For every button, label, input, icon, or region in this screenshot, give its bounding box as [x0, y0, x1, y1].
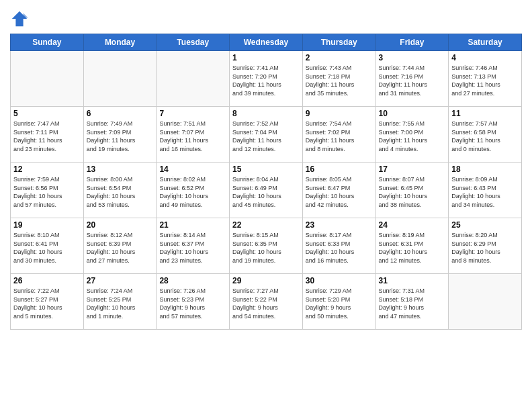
day-info: Sunrise: 7:55 AM Sunset: 7:00 PM Dayligh… [379, 120, 446, 153]
calendar-cell: 13Sunrise: 8:00 AM Sunset: 6:54 PM Dayli… [83, 163, 157, 218]
day-info: Sunrise: 8:07 AM Sunset: 6:45 PM Dayligh… [379, 175, 446, 209]
calendar-cell: 19Sunrise: 8:10 AM Sunset: 6:41 PM Dayli… [11, 218, 84, 274]
day-info: Sunrise: 7:51 AM Sunset: 7:07 PM Dayligh… [159, 120, 226, 153]
day-info: Sunrise: 8:15 AM Sunset: 6:35 PM Dayligh… [232, 231, 300, 265]
day-info: Sunrise: 7:22 AM Sunset: 5:27 PM Dayligh… [13, 287, 81, 320]
logo [10, 9, 31, 28]
day-info: Sunrise: 7:46 AM Sunset: 7:13 PM Dayligh… [451, 64, 519, 97]
day-number: 22 [232, 220, 300, 230]
day-info: Sunrise: 7:27 AM Sunset: 5:22 PM Dayligh… [232, 287, 300, 320]
calendar-cell: 6Sunrise: 7:49 AM Sunset: 7:09 PM Daylig… [83, 107, 157, 163]
calendar-cell: 24Sunrise: 8:19 AM Sunset: 6:31 PM Dayli… [375, 218, 449, 274]
day-info: Sunrise: 7:26 AM Sunset: 5:23 PM Dayligh… [159, 287, 226, 320]
day-number: 27 [87, 276, 154, 285]
day-info: Sunrise: 8:20 AM Sunset: 6:29 PM Dayligh… [451, 231, 519, 265]
calendar-cell: 30Sunrise: 7:29 AM Sunset: 5:20 PM Dayli… [302, 274, 375, 330]
day-info: Sunrise: 7:43 AM Sunset: 7:18 PM Dayligh… [306, 64, 373, 97]
day-info: Sunrise: 8:10 AM Sunset: 6:41 PM Dayligh… [13, 231, 81, 265]
logo-icon [10, 9, 29, 28]
day-number: 21 [159, 220, 226, 230]
day-header-monday: Monday [83, 34, 157, 51]
calendar-cell: 4Sunrise: 7:46 AM Sunset: 7:13 PM Daylig… [449, 51, 522, 107]
calendar-table: SundayMondayTuesdayWednesdayThursdayFrid… [10, 34, 522, 330]
week-row-0: 1Sunrise: 7:41 AM Sunset: 7:20 PM Daylig… [11, 51, 522, 107]
day-number: 10 [379, 109, 446, 118]
calendar-cell: 7Sunrise: 7:51 AM Sunset: 7:07 PM Daylig… [157, 107, 230, 163]
day-header-wednesday: Wednesday [230, 34, 303, 51]
calendar-cell: 17Sunrise: 8:07 AM Sunset: 6:45 PM Dayli… [375, 163, 449, 218]
day-info: Sunrise: 7:31 AM Sunset: 5:18 PM Dayligh… [379, 287, 446, 320]
day-header-thursday: Thursday [302, 34, 375, 51]
day-number: 31 [379, 276, 446, 285]
calendar-cell: 8Sunrise: 7:52 AM Sunset: 7:04 PM Daylig… [230, 107, 303, 163]
day-info: Sunrise: 7:29 AM Sunset: 5:20 PM Dayligh… [306, 287, 373, 320]
day-number: 1 [232, 53, 300, 62]
day-header-saturday: Saturday [449, 34, 522, 51]
day-number: 30 [306, 276, 373, 285]
day-header-sunday: Sunday [11, 34, 84, 51]
calendar-cell: 16Sunrise: 8:05 AM Sunset: 6:47 PM Dayli… [302, 163, 375, 218]
day-info: Sunrise: 7:41 AM Sunset: 7:20 PM Dayligh… [232, 64, 300, 97]
day-number: 14 [159, 165, 226, 174]
day-header-friday: Friday [375, 34, 449, 51]
calendar-cell: 14Sunrise: 8:02 AM Sunset: 6:52 PM Dayli… [157, 163, 230, 218]
week-row-1: 5Sunrise: 7:47 AM Sunset: 7:11 PM Daylig… [11, 107, 522, 163]
day-number: 25 [451, 220, 519, 230]
day-number: 4 [451, 53, 519, 62]
day-number: 3 [379, 53, 446, 62]
week-row-4: 26Sunrise: 7:22 AM Sunset: 5:27 PM Dayli… [11, 274, 522, 330]
calendar-cell: 5Sunrise: 7:47 AM Sunset: 7:11 PM Daylig… [11, 107, 84, 163]
calendar-cell: 2Sunrise: 7:43 AM Sunset: 7:18 PM Daylig… [302, 51, 375, 107]
day-number: 9 [306, 109, 373, 118]
day-number: 16 [306, 165, 373, 174]
day-info: Sunrise: 8:00 AM Sunset: 6:54 PM Dayligh… [87, 175, 154, 209]
calendar-cell: 21Sunrise: 8:14 AM Sunset: 6:37 PM Dayli… [157, 218, 230, 274]
day-number: 29 [232, 276, 300, 285]
calendar-cell [83, 51, 157, 107]
header [10, 7, 522, 28]
day-info: Sunrise: 7:59 AM Sunset: 6:56 PM Dayligh… [13, 175, 81, 209]
day-number: 11 [451, 109, 519, 118]
day-number: 17 [379, 165, 446, 174]
day-info: Sunrise: 8:05 AM Sunset: 6:47 PM Dayligh… [306, 175, 373, 209]
week-row-3: 19Sunrise: 8:10 AM Sunset: 6:41 PM Dayli… [11, 218, 522, 274]
calendar-cell: 23Sunrise: 8:17 AM Sunset: 6:33 PM Dayli… [302, 218, 375, 274]
day-number: 15 [232, 165, 300, 174]
day-info: Sunrise: 8:19 AM Sunset: 6:31 PM Dayligh… [379, 231, 446, 265]
day-info: Sunrise: 7:52 AM Sunset: 7:04 PM Dayligh… [232, 120, 300, 153]
day-number: 23 [306, 220, 373, 230]
day-info: Sunrise: 7:24 AM Sunset: 5:25 PM Dayligh… [87, 287, 154, 320]
calendar-cell: 15Sunrise: 8:04 AM Sunset: 6:49 PM Dayli… [230, 163, 303, 218]
calendar-cell: 29Sunrise: 7:27 AM Sunset: 5:22 PM Dayli… [230, 274, 303, 330]
calendar-cell: 12Sunrise: 7:59 AM Sunset: 6:56 PM Dayli… [11, 163, 84, 218]
calendar-cell: 20Sunrise: 8:12 AM Sunset: 6:39 PM Dayli… [83, 218, 157, 274]
page: SundayMondayTuesdayWednesdayThursdayFrid… [0, 0, 532, 411]
calendar-cell [449, 274, 522, 330]
day-info: Sunrise: 7:44 AM Sunset: 7:16 PM Dayligh… [379, 64, 446, 97]
day-info: Sunrise: 7:47 AM Sunset: 7:11 PM Dayligh… [13, 120, 81, 153]
days-of-week-row: SundayMondayTuesdayWednesdayThursdayFrid… [11, 34, 522, 51]
calendar-cell: 3Sunrise: 7:44 AM Sunset: 7:16 PM Daylig… [375, 51, 449, 107]
day-info: Sunrise: 8:09 AM Sunset: 6:43 PM Dayligh… [451, 175, 519, 209]
calendar-cell: 25Sunrise: 8:20 AM Sunset: 6:29 PM Dayli… [449, 218, 522, 274]
day-info: Sunrise: 7:49 AM Sunset: 7:09 PM Dayligh… [87, 120, 154, 153]
day-number: 26 [13, 276, 81, 285]
calendar-cell: 11Sunrise: 7:57 AM Sunset: 6:58 PM Dayli… [449, 107, 522, 163]
calendar-cell: 18Sunrise: 8:09 AM Sunset: 6:43 PM Dayli… [449, 163, 522, 218]
calendar-cell: 22Sunrise: 8:15 AM Sunset: 6:35 PM Dayli… [230, 218, 303, 274]
day-number: 2 [306, 53, 373, 62]
calendar-cell: 10Sunrise: 7:55 AM Sunset: 7:00 PM Dayli… [375, 107, 449, 163]
day-number: 24 [379, 220, 446, 230]
calendar-body: 1Sunrise: 7:41 AM Sunset: 7:20 PM Daylig… [11, 51, 522, 330]
day-info: Sunrise: 8:02 AM Sunset: 6:52 PM Dayligh… [159, 175, 226, 209]
day-info: Sunrise: 8:14 AM Sunset: 6:37 PM Dayligh… [159, 231, 226, 265]
calendar-cell: 9Sunrise: 7:54 AM Sunset: 7:02 PM Daylig… [302, 107, 375, 163]
day-number: 7 [159, 109, 226, 118]
calendar-header: SundayMondayTuesdayWednesdayThursdayFrid… [11, 34, 522, 51]
day-number: 8 [232, 109, 300, 118]
svg-marker-0 [12, 11, 27, 26]
calendar-cell: 27Sunrise: 7:24 AM Sunset: 5:25 PM Dayli… [83, 274, 157, 330]
day-number: 13 [87, 165, 154, 174]
day-number: 18 [451, 165, 519, 174]
calendar-cell: 31Sunrise: 7:31 AM Sunset: 5:18 PM Dayli… [375, 274, 449, 330]
